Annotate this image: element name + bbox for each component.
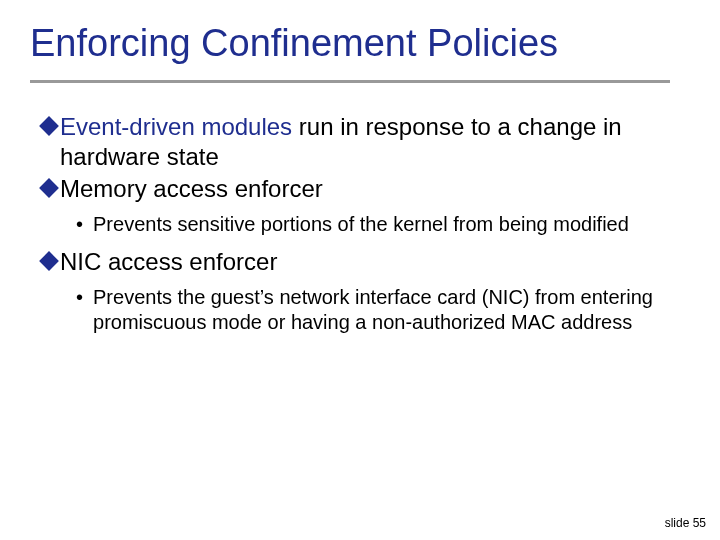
slide: Enforcing Confinement Policies Event-dri… <box>0 0 720 540</box>
diamond-bullet-icon <box>42 254 56 268</box>
sub-bullet-text: Prevents the guest’s network interface c… <box>93 285 653 335</box>
bullet-level-1: Memory access enforcer <box>42 174 662 204</box>
slide-body: Event-driven modules run in response to … <box>42 112 662 345</box>
bullet-level-1: Event-driven modules run in response to … <box>42 112 662 172</box>
title-underline <box>30 80 670 83</box>
slide-title: Enforcing Confinement Policies <box>30 22 558 65</box>
dot-bullet-icon: • <box>76 285 83 310</box>
diamond-bullet-icon <box>42 119 56 133</box>
dot-bullet-icon: • <box>76 212 83 237</box>
bullet-level-2: •Prevents sensitive portions of the kern… <box>76 212 662 237</box>
bullet-text: NIC access enforcer <box>60 247 277 277</box>
bullet-text: Memory access enforcer <box>60 174 323 204</box>
bullet-level-1: NIC access enforcer <box>42 247 662 277</box>
slide-number: slide 55 <box>665 516 706 530</box>
bullet-level-2: •Prevents the guest’s network interface … <box>76 285 662 335</box>
diamond-bullet-icon <box>42 181 56 195</box>
bullet-text: Event-driven modules run in response to … <box>60 112 662 172</box>
sub-bullet-text: Prevents sensitive portions of the kerne… <box>93 212 629 237</box>
